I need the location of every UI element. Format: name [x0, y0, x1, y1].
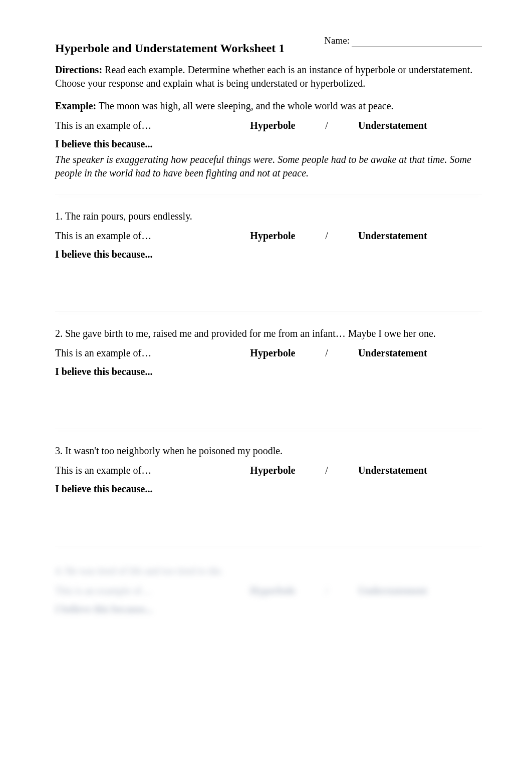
example-option-understatement[interactable]: Understatement [358, 119, 427, 132]
question-3-number: 3. [55, 445, 63, 456]
example-option-hyperbole[interactable]: Hyperbole [250, 119, 295, 132]
slash-separator: / [325, 229, 328, 243]
question-3-option-understatement[interactable]: Understatement [358, 464, 427, 477]
question-1-lead: This is an example of… [55, 229, 175, 243]
question-2-lead: This is an example of… [55, 346, 175, 360]
separator [55, 546, 482, 546]
question-1-believe-box[interactable] [55, 262, 482, 308]
question-1-choice-row: This is an example of… Hyperbole / Under… [55, 229, 482, 243]
question-1-number: 1. [55, 211, 63, 222]
question-3-choice-row: This is an example of… Hyperbole / Under… [55, 464, 482, 477]
example-lead: This is an example of… [55, 119, 175, 132]
question-2-choice-row: This is an example of… Hyperbole / Under… [55, 346, 482, 360]
question-4-option-hyperbole: Hyperbole [250, 584, 295, 598]
slash-separator: / [325, 346, 328, 360]
question-4-text: 4. He was tired of life and too tired to… [55, 564, 482, 578]
question-2-believe-label: I believe this because... [55, 365, 482, 378]
question-1-believe-label: I believe this because... [55, 248, 482, 261]
question-2-number: 2. [55, 328, 63, 339]
question-3-statement: It wasn't too neighborly when he poisone… [63, 445, 283, 456]
question-3-option-hyperbole[interactable]: Hyperbole [250, 464, 295, 477]
question-2-statement: She gave birth to me, raised me and prov… [63, 328, 436, 339]
slash-separator: / [325, 464, 328, 477]
question-1-statement: The rain pours, pours endlessly. [63, 211, 192, 222]
slash-separator: / [325, 584, 328, 598]
directions-label: Directions: [55, 64, 102, 75]
question-2-option-hyperbole[interactable]: Hyperbole [250, 346, 295, 360]
directions: Directions: Read each example. Determine… [55, 63, 482, 90]
name-label: Name: [324, 34, 350, 47]
name-field: Name: [324, 34, 482, 47]
question-1: 1. The rain pours, pours endlessly. This… [55, 210, 482, 312]
slash-separator: / [325, 119, 328, 132]
example-choice-row: This is an example of… Hyperbole / Under… [55, 119, 482, 132]
blurred-question-4: 4. He was tired of life and too tired to… [55, 564, 482, 656]
question-4-option-understatement: Understatement [358, 584, 427, 598]
directions-text: Read each example. Determine whether eac… [55, 64, 472, 89]
question-3: 3. It wasn't too neighborly when he pois… [55, 444, 482, 546]
separator [55, 311, 482, 312]
question-3-text: 3. It wasn't too neighborly when he pois… [55, 444, 482, 458]
separator [55, 194, 482, 194]
question-4-believe-box [55, 617, 482, 656]
question-4-believe-label: I believe this because... [55, 603, 482, 616]
example-statement: Example: The moon was high, all were sle… [55, 99, 482, 113]
question-2-option-understatement[interactable]: Understatement [358, 346, 427, 360]
question-4-number: 4. [55, 565, 63, 576]
question-1-option-hyperbole[interactable]: Hyperbole [250, 229, 295, 243]
example-label: Example: [55, 100, 96, 111]
example-believe-text: The speaker is exaggerating how peaceful… [55, 153, 482, 180]
question-3-believe-box[interactable] [55, 497, 482, 543]
question-2-text: 2. She gave birth to me, raised me and p… [55, 327, 482, 340]
question-4-choice-row: This is an example of… Hyperbole / Under… [55, 584, 482, 598]
name-blank-line[interactable] [352, 38, 482, 47]
question-1-text: 1. The rain pours, pours endlessly. [55, 210, 482, 223]
question-3-believe-label: I believe this because... [55, 482, 482, 496]
question-3-lead: This is an example of… [55, 464, 175, 477]
question-2-believe-box[interactable] [55, 379, 482, 426]
example-believe-label: I believe this because... [55, 137, 482, 151]
question-4-statement: He was tired of life and too tired to di… [63, 565, 223, 576]
separator [55, 429, 482, 429]
question-2: 2. She gave birth to me, raised me and p… [55, 327, 482, 429]
question-1-option-understatement[interactable]: Understatement [358, 229, 427, 243]
example-text: The moon was high, all were sleeping, an… [96, 100, 393, 111]
question-4-lead: This is an example of… [55, 584, 175, 598]
example-believe-box: The speaker is exaggerating how peaceful… [55, 152, 482, 191]
